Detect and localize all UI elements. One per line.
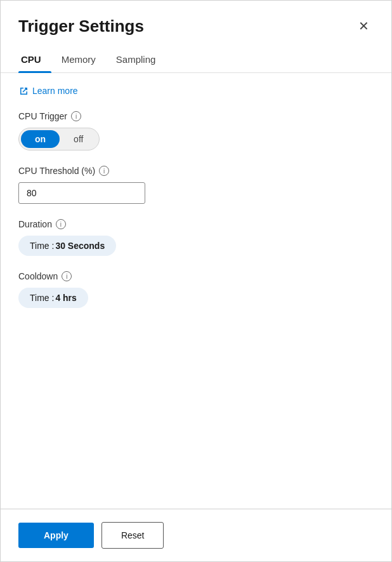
duration-value: 30 Seconds xyxy=(55,241,105,251)
duration-label: Duration xyxy=(18,219,52,229)
cpu-trigger-label: CPU Trigger xyxy=(18,111,67,121)
duration-prefix: Time : xyxy=(30,241,54,251)
tab-memory[interactable]: Memory xyxy=(59,49,106,72)
duration-info-icon[interactable]: i xyxy=(56,219,66,229)
toggle-off-button[interactable]: off xyxy=(60,130,97,148)
apply-button[interactable]: Apply xyxy=(18,523,94,548)
cpu-trigger-label-row: CPU Trigger i xyxy=(18,111,374,121)
learn-more-link[interactable]: Learn more xyxy=(18,86,374,96)
duration-label-row: Duration i xyxy=(18,219,374,229)
external-link-icon xyxy=(18,86,29,96)
duration-pill[interactable]: Time : 30 Seconds xyxy=(18,236,116,256)
cooldown-group: Cooldown i Time : 4 hrs xyxy=(18,271,374,308)
duration-group: Duration i Time : 30 Seconds xyxy=(18,219,374,256)
tabs-container: CPU Memory Sampling xyxy=(1,36,391,73)
cpu-trigger-toggle: on off xyxy=(18,128,100,151)
reset-button[interactable]: Reset xyxy=(101,522,164,549)
cooldown-pill[interactable]: Time : 4 hrs xyxy=(18,288,88,308)
tab-content: Learn more CPU Trigger i on off CPU Thre… xyxy=(1,73,391,509)
cpu-threshold-group: CPU Threshold (%) i xyxy=(18,166,374,204)
cooldown-info-icon[interactable]: i xyxy=(62,271,72,281)
cooldown-label: Cooldown xyxy=(18,271,58,281)
tab-sampling[interactable]: Sampling xyxy=(114,49,166,72)
cpu-trigger-info-icon[interactable]: i xyxy=(71,111,81,121)
cooldown-value: 4 hrs xyxy=(55,293,76,303)
toggle-on-button[interactable]: on xyxy=(21,130,60,148)
cpu-threshold-label: CPU Threshold (%) xyxy=(18,166,95,176)
dialog-footer: Apply Reset xyxy=(1,509,391,561)
cpu-threshold-input[interactable] xyxy=(18,182,145,204)
cpu-threshold-label-row: CPU Threshold (%) i xyxy=(18,166,374,176)
learn-more-label: Learn more xyxy=(32,86,78,96)
close-button[interactable]: ✕ xyxy=(353,16,374,36)
dialog-header: Trigger Settings ✕ xyxy=(1,1,391,36)
tab-cpu[interactable]: CPU xyxy=(18,49,51,72)
dialog-title: Trigger Settings xyxy=(18,17,144,36)
cpu-trigger-group: CPU Trigger i on off xyxy=(18,111,374,151)
trigger-settings-dialog: Trigger Settings ✕ CPU Memory Sampling L… xyxy=(0,0,392,562)
cooldown-prefix: Time : xyxy=(30,293,54,303)
cpu-threshold-info-icon[interactable]: i xyxy=(99,166,109,176)
cooldown-label-row: Cooldown i xyxy=(18,271,374,281)
